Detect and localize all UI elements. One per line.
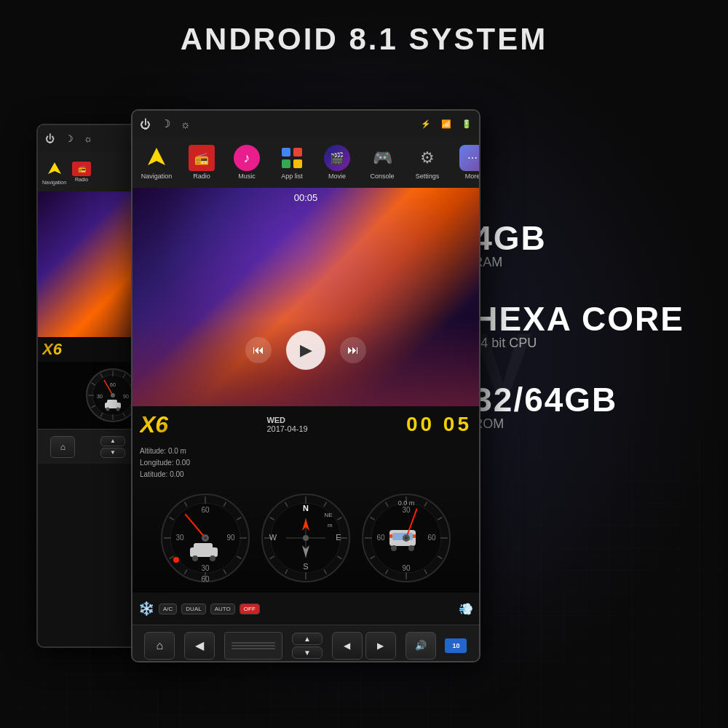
front-gauge-left: 60 90 30 30 60: [158, 491, 253, 585]
back-nav-navigation[interactable]: Navigation: [42, 159, 66, 185]
gps-altitude: Altitude: 0.0 m: [140, 446, 472, 457]
front-gauge-compass: N S W E NE m: [258, 491, 353, 585]
front-power-icon: ⏻: [140, 118, 151, 130]
svg-marker-24: [148, 148, 165, 165]
spec-cpu: HEXA CORE 64 bit CPU: [473, 299, 684, 351]
hvac-dual-btn[interactable]: DUAL: [181, 604, 205, 614]
front-bottom-controls: ⌂ ◀ ▲ ▼ ◀ ▶ 🔊 10: [132, 625, 479, 662]
prev-button[interactable]: ⏮: [245, 337, 272, 363]
front-nav-applist[interactable]: App list: [274, 145, 310, 180]
front-media-screen: 00:05 ⏮ ▶ ⏭: [132, 188, 479, 406]
back-nav-navigation-label: Navigation: [42, 180, 66, 185]
front-nav-applist-label: App list: [281, 173, 303, 180]
front-nav-row: Navigation 📻 Radio ♪ Music: [132, 137, 479, 188]
front-vol-right-btn[interactable]: ▶: [365, 632, 396, 660]
back-nav-radio[interactable]: 📻 Radio: [72, 162, 91, 182]
front-clock: 00 05: [406, 413, 472, 436]
spec-ram-value: 4GB: [473, 218, 684, 258]
front-gauge-right: 30 60 60 90 0.0 m: [359, 491, 454, 585]
front-usb-icon: ⚡: [421, 119, 431, 129]
svg-rect-21: [107, 400, 117, 405]
back-up-btn[interactable]: ▲: [100, 436, 125, 446]
front-vol-left-btn[interactable]: ◀: [332, 632, 363, 660]
svg-point-19: [111, 393, 115, 397]
svg-text:30: 30: [201, 564, 210, 572]
front-date: WED 2017-04-19: [266, 416, 307, 433]
svg-text:30: 30: [175, 534, 184, 542]
spec-ram: 4GB RAM: [473, 218, 684, 270]
front-nav-radio-icon: 📻: [189, 145, 215, 171]
front-nav-arrow-icon: [143, 145, 170, 171]
back-nav-radio-icon: 📻: [72, 162, 91, 176]
svg-point-103: [408, 545, 414, 551]
svg-point-50: [192, 555, 198, 561]
svg-text:60: 60: [376, 534, 385, 542]
hvac-ac-btn[interactable]: A/C: [159, 604, 177, 614]
back-down-btn[interactable]: ▼: [100, 448, 125, 458]
front-back-btn[interactable]: ◀: [184, 632, 215, 660]
hvac-off-btn[interactable]: OFF: [240, 604, 260, 614]
svg-text:90: 90: [226, 534, 235, 542]
front-hvac-row: ❄️ A/C DUAL AUTO OFF 💨: [132, 593, 479, 625]
svg-rect-25: [282, 148, 290, 157]
front-nav-music[interactable]: ♪ Music: [229, 145, 265, 180]
front-vol-display: 10: [445, 638, 467, 653]
gps-latitude: Latitude: 0.00: [140, 469, 472, 480]
front-down-btn[interactable]: ▼: [292, 646, 323, 659]
front-nav-settings[interactable]: ⚙ Settings: [409, 145, 446, 180]
svg-text:m: m: [328, 522, 333, 529]
page-title: ANDROID 8.1 SYSTEM: [0, 22, 728, 57]
svg-marker-0: [48, 162, 61, 174]
gps-longitude: Longitude: 0.00: [140, 457, 472, 469]
svg-text:W: W: [269, 533, 277, 542]
svg-point-51: [210, 555, 215, 561]
svg-rect-49: [194, 543, 213, 550]
svg-point-23: [116, 408, 120, 411]
front-day: WED: [266, 416, 307, 424]
front-nav-radio[interactable]: 📻 Radio: [183, 145, 220, 180]
svg-text:N: N: [303, 504, 309, 513]
front-nav-movie[interactable]: 🎬 Movie: [319, 145, 355, 180]
spec-cpu-value: HEXA CORE: [473, 299, 684, 339]
front-up-btn[interactable]: ▲: [292, 633, 323, 645]
front-moon-icon: ☽: [161, 117, 170, 130]
back-home-btn[interactable]: ⌂: [50, 436, 75, 458]
svg-text:60: 60: [427, 534, 436, 542]
media-background: [132, 188, 479, 406]
front-nav-console[interactable]: 🎮 Console: [364, 145, 400, 180]
front-nav-navigation[interactable]: Navigation: [138, 145, 175, 180]
next-button[interactable]: ⏭: [340, 337, 366, 363]
hvac-auto-btn[interactable]: AUTO: [210, 604, 235, 614]
svg-text:30: 30: [97, 394, 103, 399]
back-x6-logo: X6: [42, 340, 62, 359]
front-nav-settings-label: Settings: [416, 173, 440, 180]
front-nav-music-label: Music: [238, 173, 256, 180]
svg-text:30: 30: [402, 506, 411, 514]
front-sun-icon: ☼: [181, 118, 191, 130]
front-scroll-area[interactable]: [224, 632, 282, 660]
specs-panel: 4GB RAM HEXA CORE 64 bit CPU 32/64GB ROM: [473, 218, 684, 461]
back-power-icon: ⏻: [45, 133, 55, 144]
front-topbar: ⏻ ☽ ☼ ⚡ 📶 🔋: [132, 111, 479, 137]
svg-point-22: [106, 408, 110, 411]
front-wifi-icon: 📶: [441, 119, 451, 129]
svg-rect-101: [392, 533, 413, 540]
svg-text:0.0 m: 0.0 m: [398, 499, 415, 507]
hvac-icon: ❄️: [138, 601, 154, 617]
svg-rect-104: [389, 534, 392, 538]
svg-text:90: 90: [402, 564, 411, 572]
front-nav-more-icon: ⋯: [459, 145, 480, 171]
front-nav-music-icon: ♪: [234, 145, 260, 171]
front-x6-logo: X6: [140, 411, 168, 438]
front-nav-applist-icon: [279, 145, 305, 171]
front-home-btn[interactable]: ⌂: [144, 632, 175, 660]
front-audio-btn[interactable]: 🔊: [405, 632, 436, 660]
svg-text:NE: NE: [324, 512, 332, 518]
svg-text:E: E: [336, 533, 341, 542]
play-button[interactable]: ▶: [286, 331, 325, 370]
svg-text:90: 90: [123, 394, 129, 399]
media-controls: ⏮ ▶ ⏭: [245, 331, 366, 370]
front-nav-more[interactable]: ⋯ More: [454, 145, 480, 180]
front-nav-settings-icon: ⚙: [414, 145, 440, 171]
front-gauges-area: 60 90 30 30 60: [132, 483, 479, 593]
